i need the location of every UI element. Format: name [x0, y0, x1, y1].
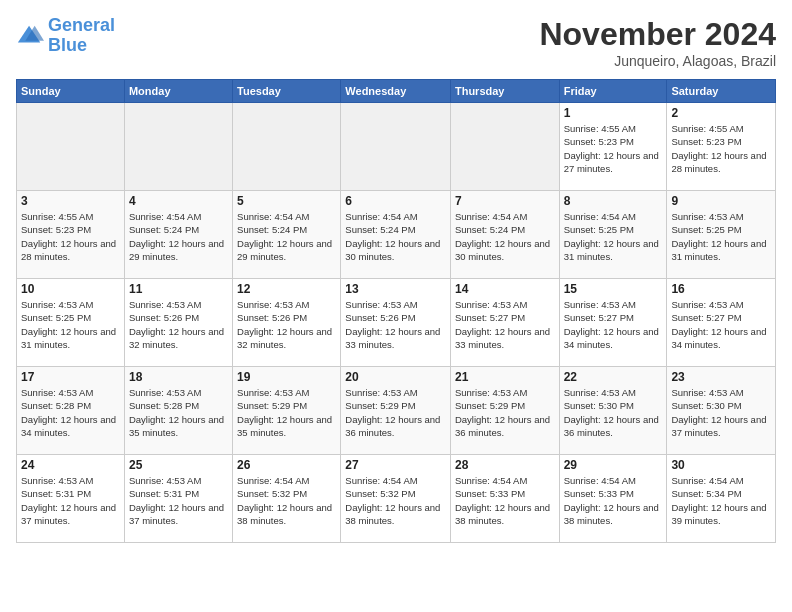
calendar-week-2: 3Sunrise: 4:55 AM Sunset: 5:23 PM Daylig…	[17, 191, 776, 279]
day-number: 13	[345, 282, 446, 296]
calendar-table: SundayMondayTuesdayWednesdayThursdayFrid…	[16, 79, 776, 543]
header-thursday: Thursday	[450, 80, 559, 103]
day-info: Sunrise: 4:54 AM Sunset: 5:33 PM Dayligh…	[564, 474, 663, 527]
day-number: 19	[237, 370, 336, 384]
calendar-cell: 2Sunrise: 4:55 AM Sunset: 5:23 PM Daylig…	[667, 103, 776, 191]
calendar-cell: 13Sunrise: 4:53 AM Sunset: 5:26 PM Dayli…	[341, 279, 451, 367]
day-number: 4	[129, 194, 228, 208]
calendar-week-4: 17Sunrise: 4:53 AM Sunset: 5:28 PM Dayli…	[17, 367, 776, 455]
calendar-cell: 28Sunrise: 4:54 AM Sunset: 5:33 PM Dayli…	[450, 455, 559, 543]
day-info: Sunrise: 4:53 AM Sunset: 5:29 PM Dayligh…	[455, 386, 555, 439]
day-info: Sunrise: 4:53 AM Sunset: 5:31 PM Dayligh…	[21, 474, 120, 527]
calendar-cell: 9Sunrise: 4:53 AM Sunset: 5:25 PM Daylig…	[667, 191, 776, 279]
day-number: 20	[345, 370, 446, 384]
calendar-cell: 14Sunrise: 4:53 AM Sunset: 5:27 PM Dayli…	[450, 279, 559, 367]
calendar-cell: 30Sunrise: 4:54 AM Sunset: 5:34 PM Dayli…	[667, 455, 776, 543]
page-header: General Blue November 2024 Junqueiro, Al…	[16, 16, 776, 69]
day-number: 26	[237, 458, 336, 472]
day-info: Sunrise: 4:53 AM Sunset: 5:28 PM Dayligh…	[21, 386, 120, 439]
day-number: 29	[564, 458, 663, 472]
calendar-week-1: 1Sunrise: 4:55 AM Sunset: 5:23 PM Daylig…	[17, 103, 776, 191]
calendar-week-5: 24Sunrise: 4:53 AM Sunset: 5:31 PM Dayli…	[17, 455, 776, 543]
location-subtitle: Junqueiro, Alagoas, Brazil	[539, 53, 776, 69]
day-number: 21	[455, 370, 555, 384]
logo: General Blue	[16, 16, 115, 56]
calendar-cell: 1Sunrise: 4:55 AM Sunset: 5:23 PM Daylig…	[559, 103, 667, 191]
logo-text: General Blue	[48, 16, 115, 56]
calendar-cell	[341, 103, 451, 191]
day-info: Sunrise: 4:55 AM Sunset: 5:23 PM Dayligh…	[671, 122, 771, 175]
calendar-cell: 8Sunrise: 4:54 AM Sunset: 5:25 PM Daylig…	[559, 191, 667, 279]
calendar-cell: 21Sunrise: 4:53 AM Sunset: 5:29 PM Dayli…	[450, 367, 559, 455]
day-number: 7	[455, 194, 555, 208]
calendar-cell: 24Sunrise: 4:53 AM Sunset: 5:31 PM Dayli…	[17, 455, 125, 543]
calendar-cell: 6Sunrise: 4:54 AM Sunset: 5:24 PM Daylig…	[341, 191, 451, 279]
calendar-cell: 12Sunrise: 4:53 AM Sunset: 5:26 PM Dayli…	[233, 279, 341, 367]
month-title: November 2024	[539, 16, 776, 53]
title-block: November 2024 Junqueiro, Alagoas, Brazil	[539, 16, 776, 69]
day-info: Sunrise: 4:53 AM Sunset: 5:30 PM Dayligh…	[671, 386, 771, 439]
calendar-cell: 29Sunrise: 4:54 AM Sunset: 5:33 PM Dayli…	[559, 455, 667, 543]
day-info: Sunrise: 4:53 AM Sunset: 5:26 PM Dayligh…	[237, 298, 336, 351]
day-info: Sunrise: 4:53 AM Sunset: 5:29 PM Dayligh…	[237, 386, 336, 439]
day-info: Sunrise: 4:55 AM Sunset: 5:23 PM Dayligh…	[21, 210, 120, 263]
header-saturday: Saturday	[667, 80, 776, 103]
day-info: Sunrise: 4:53 AM Sunset: 5:26 PM Dayligh…	[129, 298, 228, 351]
day-info: Sunrise: 4:53 AM Sunset: 5:31 PM Dayligh…	[129, 474, 228, 527]
day-number: 22	[564, 370, 663, 384]
header-friday: Friday	[559, 80, 667, 103]
calendar-cell: 7Sunrise: 4:54 AM Sunset: 5:24 PM Daylig…	[450, 191, 559, 279]
day-number: 6	[345, 194, 446, 208]
header-wednesday: Wednesday	[341, 80, 451, 103]
day-info: Sunrise: 4:54 AM Sunset: 5:24 PM Dayligh…	[129, 210, 228, 263]
day-info: Sunrise: 4:54 AM Sunset: 5:24 PM Dayligh…	[345, 210, 446, 263]
day-info: Sunrise: 4:53 AM Sunset: 5:25 PM Dayligh…	[21, 298, 120, 351]
day-number: 17	[21, 370, 120, 384]
day-number: 16	[671, 282, 771, 296]
day-number: 23	[671, 370, 771, 384]
calendar-cell: 15Sunrise: 4:53 AM Sunset: 5:27 PM Dayli…	[559, 279, 667, 367]
day-info: Sunrise: 4:54 AM Sunset: 5:32 PM Dayligh…	[345, 474, 446, 527]
day-info: Sunrise: 4:54 AM Sunset: 5:25 PM Dayligh…	[564, 210, 663, 263]
calendar-cell	[124, 103, 232, 191]
calendar-cell: 17Sunrise: 4:53 AM Sunset: 5:28 PM Dayli…	[17, 367, 125, 455]
day-number: 28	[455, 458, 555, 472]
calendar-cell: 3Sunrise: 4:55 AM Sunset: 5:23 PM Daylig…	[17, 191, 125, 279]
day-info: Sunrise: 4:54 AM Sunset: 5:24 PM Dayligh…	[237, 210, 336, 263]
day-number: 27	[345, 458, 446, 472]
day-info: Sunrise: 4:53 AM Sunset: 5:29 PM Dayligh…	[345, 386, 446, 439]
calendar-header-row: SundayMondayTuesdayWednesdayThursdayFrid…	[17, 80, 776, 103]
calendar-week-3: 10Sunrise: 4:53 AM Sunset: 5:25 PM Dayli…	[17, 279, 776, 367]
logo-line1: General	[48, 15, 115, 35]
calendar-cell: 25Sunrise: 4:53 AM Sunset: 5:31 PM Dayli…	[124, 455, 232, 543]
day-info: Sunrise: 4:53 AM Sunset: 5:27 PM Dayligh…	[671, 298, 771, 351]
calendar-cell: 4Sunrise: 4:54 AM Sunset: 5:24 PM Daylig…	[124, 191, 232, 279]
day-number: 11	[129, 282, 228, 296]
day-number: 1	[564, 106, 663, 120]
day-number: 24	[21, 458, 120, 472]
day-info: Sunrise: 4:54 AM Sunset: 5:24 PM Dayligh…	[455, 210, 555, 263]
day-info: Sunrise: 4:53 AM Sunset: 5:28 PM Dayligh…	[129, 386, 228, 439]
calendar-cell: 16Sunrise: 4:53 AM Sunset: 5:27 PM Dayli…	[667, 279, 776, 367]
logo-line2: Blue	[48, 35, 87, 55]
day-info: Sunrise: 4:54 AM Sunset: 5:34 PM Dayligh…	[671, 474, 771, 527]
calendar-cell	[450, 103, 559, 191]
day-info: Sunrise: 4:53 AM Sunset: 5:30 PM Dayligh…	[564, 386, 663, 439]
day-number: 14	[455, 282, 555, 296]
day-number: 2	[671, 106, 771, 120]
calendar-cell	[17, 103, 125, 191]
day-number: 15	[564, 282, 663, 296]
calendar-cell: 22Sunrise: 4:53 AM Sunset: 5:30 PM Dayli…	[559, 367, 667, 455]
day-info: Sunrise: 4:55 AM Sunset: 5:23 PM Dayligh…	[564, 122, 663, 175]
calendar-cell: 27Sunrise: 4:54 AM Sunset: 5:32 PM Dayli…	[341, 455, 451, 543]
day-number: 25	[129, 458, 228, 472]
day-info: Sunrise: 4:54 AM Sunset: 5:32 PM Dayligh…	[237, 474, 336, 527]
calendar-cell: 10Sunrise: 4:53 AM Sunset: 5:25 PM Dayli…	[17, 279, 125, 367]
day-number: 9	[671, 194, 771, 208]
header-monday: Monday	[124, 80, 232, 103]
header-tuesday: Tuesday	[233, 80, 341, 103]
logo-icon	[16, 22, 44, 50]
calendar-cell: 20Sunrise: 4:53 AM Sunset: 5:29 PM Dayli…	[341, 367, 451, 455]
day-number: 8	[564, 194, 663, 208]
day-info: Sunrise: 4:53 AM Sunset: 5:26 PM Dayligh…	[345, 298, 446, 351]
